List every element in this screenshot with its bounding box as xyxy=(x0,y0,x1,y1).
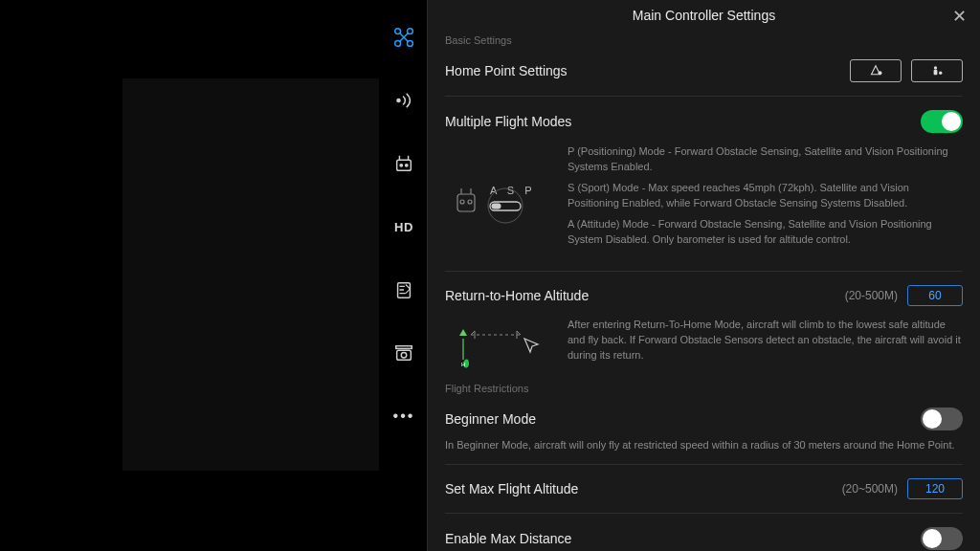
max-distance-label: Enable Max Distance xyxy=(445,531,571,546)
home-point-row: Home Point Settings xyxy=(445,54,963,88)
signal-icon[interactable] xyxy=(391,88,416,113)
svg-point-10 xyxy=(400,165,402,166)
hd-transmission-icon[interactable]: HD xyxy=(391,214,416,239)
max-altitude-range-hint: (20~500M) xyxy=(842,482,898,496)
max-altitude-row: Set Max Flight Altitude (20~500M) 120 xyxy=(445,473,963,505)
aircraft-icon[interactable] xyxy=(391,25,416,50)
battery-icon[interactable] xyxy=(391,277,416,302)
max-distance-row: Enable Max Distance xyxy=(445,521,963,551)
svg-text:H: H xyxy=(461,362,465,367)
beginner-mode-description: In Beginner Mode, aircraft will only fly… xyxy=(445,438,963,452)
gimbal-camera-icon[interactable] xyxy=(391,341,416,365)
svg-point-16 xyxy=(879,71,882,75)
svg-marker-29 xyxy=(459,329,467,336)
multiple-flight-modes-toggle[interactable] xyxy=(921,110,963,133)
camera-viewport xyxy=(122,78,379,471)
panel-title: Main Controller Settings xyxy=(633,8,775,23)
multiple-flight-modes-row: Multiple Flight Modes xyxy=(445,104,963,139)
close-icon[interactable]: ✕ xyxy=(952,6,967,27)
camera-viewport-area xyxy=(0,0,381,551)
rth-range-hint: (20-500M) xyxy=(845,289,898,302)
flight-restrictions-label: Flight Restrictions xyxy=(445,383,963,394)
svg-point-6 xyxy=(396,99,401,103)
home-point-label: Home Point Settings xyxy=(445,63,568,78)
settings-rail: HD ••• xyxy=(381,0,427,551)
svg-point-11 xyxy=(406,165,408,166)
max-distance-toggle[interactable] xyxy=(921,527,963,550)
beginner-mode-label: Beginner Mode xyxy=(445,411,536,427)
svg-point-17 xyxy=(934,66,937,69)
beginner-mode-row: Beginner Mode xyxy=(445,402,963,436)
rth-altitude-row: Return-to-Home Altitude (20-500M) 60 xyxy=(445,279,963,312)
svg-point-19 xyxy=(939,72,942,75)
panel-titlebar: Main Controller Settings ✕ xyxy=(428,0,980,31)
more-icon[interactable]: ••• xyxy=(391,404,416,429)
svg-point-15 xyxy=(401,353,407,359)
svg-rect-9 xyxy=(397,160,412,170)
svg-rect-13 xyxy=(396,346,412,349)
beginner-mode-toggle[interactable] xyxy=(921,408,963,430)
remote-controller-icon[interactable] xyxy=(391,151,416,176)
svg-rect-18 xyxy=(934,70,938,75)
svg-rect-14 xyxy=(397,350,412,360)
svg-rect-28 xyxy=(492,203,501,209)
svg-point-24 xyxy=(468,200,472,204)
settings-panel: Main Controller Settings ✕ Basic Setting… xyxy=(427,0,980,551)
max-altitude-label: Set Max Flight Altitude xyxy=(445,481,578,496)
basic-settings-label: Basic Settings xyxy=(445,34,963,46)
max-altitude-input[interactable]: 120 xyxy=(907,478,963,499)
rth-description: After entering Return-To-Home Mode, airc… xyxy=(568,318,963,369)
svg-point-23 xyxy=(460,200,464,204)
rth-altitude-input[interactable]: 60 xyxy=(907,285,963,306)
home-point-user-button[interactable] xyxy=(911,59,963,82)
flight-mode-descriptions: P (Positioning) Mode - Forward Obstacle … xyxy=(568,144,963,253)
rth-altitude-label: Return-to-Home Altitude xyxy=(445,288,589,303)
multiple-flight-modes-label: Multiple Flight Modes xyxy=(445,114,571,129)
flight-mode-switch-graphic: A S P xyxy=(445,144,550,253)
rth-graphic: H xyxy=(445,318,550,369)
home-point-aircraft-button[interactable] xyxy=(850,59,902,82)
